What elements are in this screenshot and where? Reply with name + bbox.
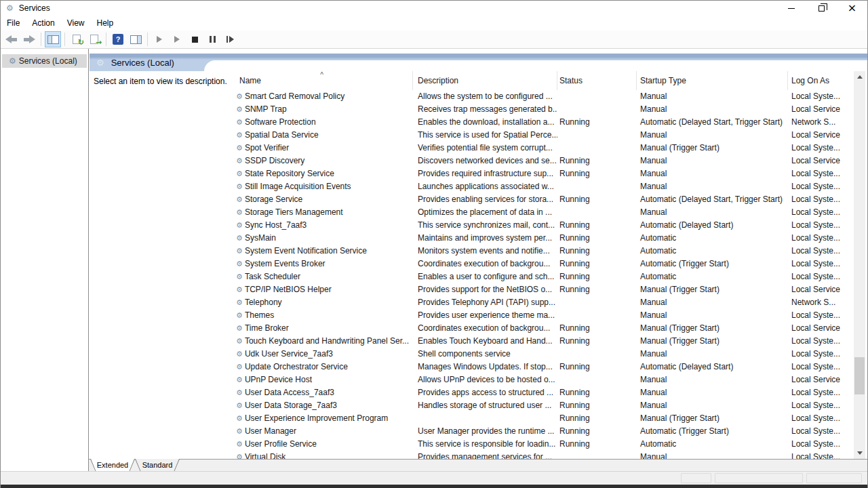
service-row[interactable]: ⚙ Touch Keyboard and Handwriting Panel S… bbox=[231, 335, 853, 348]
tab-standard[interactable]: Standard bbox=[135, 459, 180, 472]
pause-service-button[interactable] bbox=[204, 31, 220, 47]
services-header-icon: ⚙ bbox=[96, 58, 104, 68]
scrollbar-thumb[interactable] bbox=[854, 357, 865, 394]
show-action-pane-button[interactable] bbox=[127, 31, 144, 47]
start-service-button[interactable] bbox=[151, 31, 167, 47]
minimize-icon bbox=[788, 8, 795, 9]
service-row[interactable]: ⚙ User Profile Service This service is r… bbox=[231, 438, 853, 451]
service-log-on-as-cell: Local Syste... bbox=[788, 451, 853, 459]
service-row[interactable]: ⚙ User Data Storage_7aaf3 Handles storag… bbox=[231, 399, 853, 412]
service-name-cell: ⚙ Telephony bbox=[231, 296, 413, 309]
service-row[interactable]: ⚙ Udk User Service_7aaf3 Shell component… bbox=[231, 348, 853, 361]
service-description-cell: Coordinates execution of backgrou... bbox=[413, 258, 557, 270]
restart-service-icon bbox=[226, 36, 234, 43]
service-row[interactable]: ⚙ Virtual Disk Provides management servi… bbox=[231, 451, 853, 459]
menu-view[interactable]: View bbox=[61, 16, 91, 30]
column-header-startup-type[interactable]: Startup Type bbox=[637, 71, 788, 90]
service-log-on-as-cell: Network S... bbox=[788, 296, 853, 309]
close-button[interactable]: × bbox=[837, 1, 867, 16]
sort-ascending-icon: ^ bbox=[231, 71, 412, 85]
menu-file[interactable]: File bbox=[1, 16, 26, 30]
service-row[interactable]: ⚙ Sync Host_7aaf3 This service synchroni… bbox=[231, 219, 853, 232]
resume-service-button[interactable] bbox=[169, 31, 185, 47]
service-row[interactable]: ⚙ Storage Service Provides enabling serv… bbox=[231, 193, 853, 206]
service-startup-type-cell: Automatic (Delayed Start, Trigger Start) bbox=[637, 193, 788, 206]
service-startup-type-cell: Manual bbox=[637, 90, 788, 103]
service-description-cell: This service is responsible for loadin..… bbox=[413, 438, 557, 451]
service-description-cell: Manages Windows Updates. If stop... bbox=[413, 361, 557, 373]
minimize-button[interactable] bbox=[776, 1, 806, 16]
restore-button[interactable] bbox=[806, 1, 837, 16]
service-name-cell: ⚙ User Manager bbox=[231, 425, 413, 438]
menu-help[interactable]: Help bbox=[91, 16, 120, 30]
tab-extended[interactable]: Extended bbox=[90, 459, 135, 472]
service-row[interactable]: ⚙ Software Protection Enables the downlo… bbox=[231, 116, 853, 129]
service-name-cell: ⚙ User Data Storage_7aaf3 bbox=[231, 399, 413, 412]
show-console-tree-button[interactable] bbox=[45, 31, 61, 47]
service-row[interactable]: ⚙ Storage Tiers Management Optimizes the… bbox=[231, 206, 853, 219]
service-startup-type-cell: Manual (Trigger Start) bbox=[637, 412, 788, 425]
service-description-cell: Enables the download, installation a... bbox=[413, 116, 557, 129]
help-button[interactable]: ? bbox=[110, 31, 126, 47]
service-row[interactable]: ⚙ System Event Notification Service Moni… bbox=[231, 245, 853, 258]
service-row[interactable]: ⚙ SysMain Maintains and improves system … bbox=[231, 232, 853, 245]
service-row[interactable]: ⚙ SNMP Trap Receives trap messages gener… bbox=[231, 103, 853, 116]
services-table-body: ⚙ Smart Card Removal Policy Allows the s… bbox=[231, 90, 853, 459]
service-row[interactable]: ⚙ Time Broker Coordinates execution of b… bbox=[231, 322, 853, 335]
service-description-cell: Provides user experience theme ma... bbox=[413, 309, 557, 322]
service-name-cell: ⚙ State Repository Service bbox=[231, 167, 413, 180]
service-row[interactable]: ⚙ User Experience Improvement Program Ru… bbox=[231, 412, 853, 425]
vertical-scrollbar[interactable] bbox=[854, 71, 865, 459]
service-row[interactable]: ⚙ State Repository Service Provides requ… bbox=[231, 167, 853, 180]
service-description-cell: Launches applications associated w... bbox=[413, 180, 557, 193]
service-gear-icon: ⚙ bbox=[236, 180, 243, 193]
column-header-log-on-as[interactable]: Log On As bbox=[788, 71, 853, 90]
scroll-up-button[interactable] bbox=[854, 71, 865, 83]
menu-action[interactable]: Action bbox=[26, 16, 60, 30]
refresh-icon: ↻ bbox=[73, 35, 81, 44]
forward-button[interactable] bbox=[21, 31, 37, 47]
service-row[interactable]: ⚙ Telephony Provides Telephony API (TAPI… bbox=[231, 296, 853, 309]
service-log-on-as-cell: Local Syste... bbox=[788, 232, 853, 245]
service-row[interactable]: ⚙ Still Image Acquisition Events Launche… bbox=[231, 180, 853, 193]
service-row[interactable]: ⚙ Themes Provides user experience theme … bbox=[231, 309, 853, 322]
service-row[interactable]: ⚙ User Manager User Manager provides the… bbox=[231, 425, 853, 438]
service-status-cell bbox=[557, 296, 637, 309]
service-status-cell bbox=[557, 129, 637, 142]
tree-item-services-local[interactable]: ⚙ Services (Local) bbox=[2, 54, 87, 68]
service-startup-type-cell: Manual bbox=[637, 129, 788, 142]
service-row[interactable]: ⚙ Task Scheduler Enables a user to confi… bbox=[231, 270, 853, 283]
service-status-cell bbox=[557, 180, 637, 193]
service-name-cell: ⚙ Task Scheduler bbox=[231, 270, 413, 283]
restart-service-button[interactable] bbox=[222, 31, 238, 47]
service-startup-type-cell: Automatic bbox=[637, 438, 788, 451]
services-app-icon: ⚙ bbox=[6, 1, 14, 16]
services-node-icon: ⚙ bbox=[9, 56, 16, 66]
service-startup-type-cell: Automatic bbox=[637, 245, 788, 258]
service-gear-icon: ⚙ bbox=[236, 425, 243, 438]
back-button[interactable] bbox=[3, 31, 20, 47]
service-description-cell: Allows UPnP devices to be hosted o... bbox=[413, 373, 557, 386]
service-row[interactable]: ⚙ UPnP Device Host Allows UPnP devices t… bbox=[231, 373, 853, 386]
service-row[interactable]: ⚙ SSDP Discovery Discovers networked dev… bbox=[231, 155, 853, 167]
service-row[interactable]: ⚙ Smart Card Removal Policy Allows the s… bbox=[231, 90, 853, 103]
service-status-cell: Running bbox=[557, 155, 637, 167]
service-log-on-as-cell: Local Syste... bbox=[788, 309, 853, 322]
service-status-cell: Running bbox=[557, 412, 637, 425]
column-header-description[interactable]: Description bbox=[413, 71, 557, 90]
scroll-down-button[interactable] bbox=[854, 447, 865, 459]
service-row[interactable]: ⚙ Spot Verifier Verifies potential file … bbox=[231, 142, 853, 155]
stop-service-icon bbox=[192, 37, 198, 43]
refresh-button[interactable]: ↻ bbox=[68, 31, 85, 47]
export-list-button[interactable]: → bbox=[86, 31, 102, 47]
service-row[interactable]: ⚙ User Data Access_7aaf3 Provides apps a… bbox=[231, 386, 853, 399]
stop-service-button[interactable] bbox=[186, 31, 203, 47]
service-row[interactable]: ⚙ TCP/IP NetBIOS Helper Provides support… bbox=[231, 283, 853, 296]
column-header-status[interactable]: Status bbox=[557, 71, 637, 90]
service-row[interactable]: ⚙ System Events Broker Coordinates execu… bbox=[231, 258, 853, 270]
service-row[interactable]: ⚙ Spatial Data Service This service is u… bbox=[231, 129, 853, 142]
service-row[interactable]: ⚙ Update Orchestrator Service Manages Wi… bbox=[231, 361, 853, 373]
service-gear-icon: ⚙ bbox=[236, 386, 243, 399]
service-status-cell: Running bbox=[557, 361, 637, 373]
column-header-name[interactable]: ^ Name bbox=[231, 71, 413, 90]
